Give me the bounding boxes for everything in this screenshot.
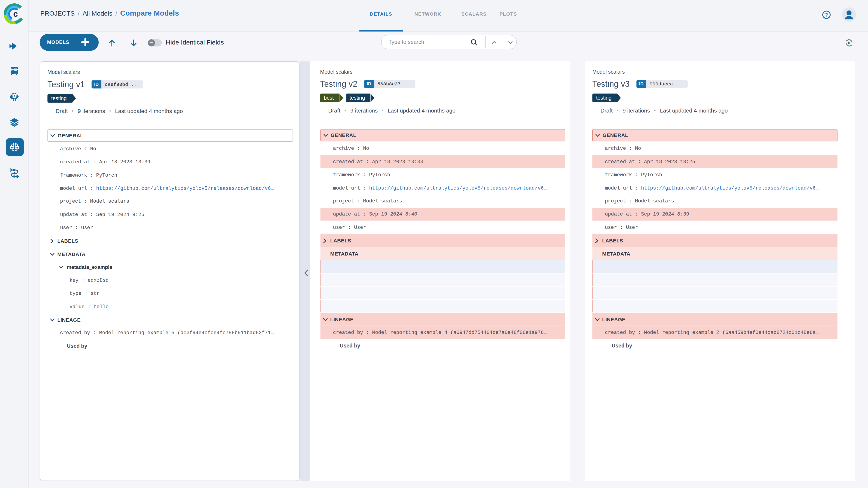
svg-text:?: ? (825, 12, 828, 18)
svg-text:c: c (13, 9, 18, 19)
